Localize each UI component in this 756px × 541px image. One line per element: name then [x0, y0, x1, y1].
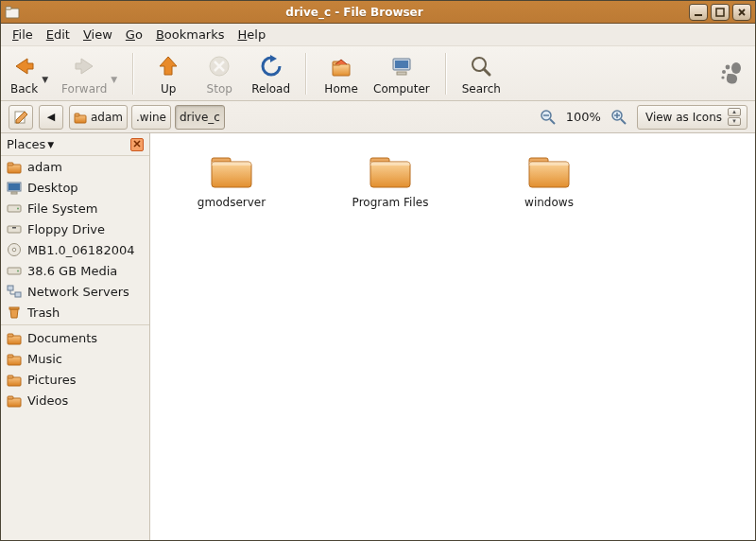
chevron-up-icon: ▴ [728, 108, 741, 116]
computer-icon [388, 54, 415, 79]
folder-icon [7, 372, 22, 387]
view-mode-stepper[interactable]: ▴ ▾ [728, 108, 741, 126]
svg-rect-39 [8, 355, 13, 358]
window-close-button[interactable] [732, 4, 751, 21]
toolbar-separator [305, 53, 307, 95]
back-history-dropdown-icon[interactable]: ▼ [42, 75, 48, 84]
svg-rect-23 [9, 183, 20, 190]
svg-rect-34 [15, 292, 21, 297]
edit-icon [13, 110, 28, 125]
window-maximize-button[interactable] [711, 4, 730, 21]
sidebar-header[interactable]: Places▼ [1, 133, 149, 156]
reload-button[interactable]: Reload [249, 50, 292, 97]
svg-rect-45 [212, 162, 251, 187]
stop-button: Stop [198, 50, 240, 97]
search-button[interactable]: Search [460, 50, 503, 97]
svg-rect-28 [12, 227, 16, 229]
view-mode-selector[interactable]: View as Icons ▴ ▾ [637, 105, 747, 130]
svg-point-14 [721, 76, 724, 79]
folder-icon [7, 351, 22, 366]
window-minimize-button[interactable] [689, 4, 708, 21]
folder-program-files[interactable]: Program Files [351, 150, 430, 209]
svg-point-13 [722, 70, 726, 74]
menu-edit[interactable]: Edit [41, 26, 76, 44]
breadcrumb-home[interactable]: adam [69, 105, 128, 130]
place-filesystem[interactable]: File System [1, 198, 149, 218]
svg-rect-17 [75, 113, 79, 116]
up-button[interactable]: Up [147, 50, 189, 97]
place-cd[interactable]: MB1.0_06182004 [1, 239, 149, 260]
search-icon [469, 54, 493, 79]
chevron-down-icon: ▼ [47, 140, 54, 149]
bookmark-music[interactable]: Music [1, 348, 149, 369]
forward-history-dropdown-icon: ▼ [111, 75, 117, 84]
drive-icon [7, 201, 22, 216]
toggle-location-entry-button[interactable] [9, 105, 33, 130]
location-bar: ◀ adam .wine drive_c 100% View as Icons … [1, 101, 755, 133]
folder-home-icon [7, 159, 22, 174]
svg-rect-3 [716, 9, 724, 16]
drive-icon [7, 221, 22, 236]
place-floppy[interactable]: Floppy Drive [1, 218, 149, 239]
main-toolbar: Back ▼ Forward ▼ Up Stop Reload Home Com… [1, 46, 755, 101]
bookmark-pictures[interactable]: Pictures [1, 369, 149, 390]
svg-rect-41 [8, 375, 13, 378]
place-desktop[interactable]: Desktop [1, 177, 149, 198]
home-button[interactable]: Home [320, 50, 362, 97]
window-titlebar: drive_c - File Browser [1, 1, 755, 24]
place-trash[interactable]: Trash [1, 302, 149, 323]
svg-rect-9 [397, 72, 406, 75]
menu-help[interactable]: Help [232, 26, 272, 44]
svg-point-30 [12, 248, 16, 252]
folder-icon [7, 330, 22, 345]
svg-point-26 [17, 208, 19, 210]
menu-file[interactable]: File [7, 26, 39, 44]
chevron-down-icon: ▾ [728, 117, 741, 126]
bookmark-videos[interactable]: Videos [1, 390, 149, 410]
place-adam[interactable]: adam [1, 156, 149, 177]
sidebar-close-button[interactable] [130, 138, 144, 151]
breadcrumb-segment-drivec[interactable]: drive_c [175, 105, 225, 130]
back-arrow-icon [12, 54, 37, 79]
chevron-left-icon: ◀ [47, 111, 55, 123]
breadcrumb-scroll-left-button[interactable]: ◀ [39, 105, 63, 130]
menu-go[interactable]: Go [120, 26, 148, 44]
menu-bookmarks[interactable]: Bookmarks [150, 26, 231, 44]
forward-arrow-icon [72, 54, 96, 79]
svg-rect-21 [8, 163, 13, 166]
toolbar-separator [132, 53, 134, 95]
desktop-icon [7, 180, 22, 195]
computer-button[interactable]: Computer [371, 50, 432, 97]
network-icon [7, 284, 22, 299]
menu-view[interactable]: View [77, 26, 118, 44]
place-network[interactable]: Network Servers [1, 281, 149, 302]
toolbar-separator [445, 53, 447, 95]
folder-windows[interactable]: windows [509, 150, 589, 209]
svg-rect-51 [529, 162, 569, 187]
place-media[interactable]: 38.6 GB Media [1, 260, 149, 281]
trash-icon [7, 305, 22, 320]
bookmark-documents[interactable]: Documents [1, 327, 149, 348]
breadcrumb-segment-wine[interactable]: .wine [131, 105, 171, 130]
folder-gmodserver[interactable]: gmodserver [192, 150, 271, 209]
svg-rect-43 [8, 396, 13, 399]
close-icon [132, 139, 142, 148]
folder-icon [208, 150, 255, 190]
svg-point-12 [726, 64, 730, 69]
folder-icon [525, 150, 573, 190]
svg-rect-2 [695, 14, 702, 16]
reload-icon [259, 54, 284, 79]
svg-rect-5 [333, 64, 350, 76]
up-arrow-icon [156, 54, 180, 79]
zoom-out-button[interactable] [536, 105, 560, 130]
home-icon [328, 54, 354, 79]
svg-rect-46 [212, 162, 251, 166]
places-list: adam Desktop File System Floppy Drive MB… [1, 156, 149, 540]
back-button[interactable]: Back ▼ [9, 50, 50, 97]
file-pane[interactable]: gmodserver Program Files windows [150, 133, 755, 540]
forward-button: Forward ▼ [60, 50, 119, 97]
svg-rect-35 [9, 307, 19, 309]
drive-icon [7, 263, 22, 278]
sidebar-separator [1, 324, 149, 325]
zoom-in-button[interactable] [607, 105, 631, 130]
